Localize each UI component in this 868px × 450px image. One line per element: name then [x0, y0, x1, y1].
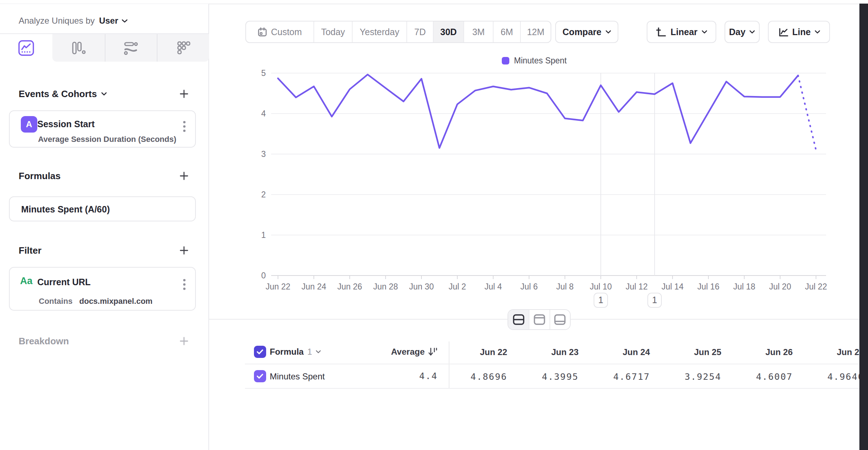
filter-card-current-url[interactable]: Aa Current URL Contains docs.mixpanel.co…: [9, 267, 196, 311]
series-value-cell: 3.9254: [660, 372, 721, 382]
filter-title: Filter: [19, 245, 42, 256]
plus-icon: [179, 89, 189, 99]
table-only-button[interactable]: [549, 310, 570, 329]
range-yesterday[interactable]: Yesterday: [352, 21, 406, 42]
filter-label: Filter: [19, 245, 42, 256]
range-3m[interactable]: 3M: [463, 21, 493, 42]
range-12m[interactable]: 12M: [520, 21, 551, 42]
chevron-down-icon: [605, 30, 611, 34]
chevron-down-icon: [815, 30, 820, 34]
analyze-row: Analyze Uniques by User: [19, 12, 128, 30]
event-letter-badge: A: [21, 116, 37, 133]
event-options-menu[interactable]: [181, 119, 187, 135]
range-label: Yesterday: [360, 27, 399, 37]
tab-flow[interactable]: [105, 34, 157, 62]
range-6m[interactable]: 6M: [493, 21, 520, 42]
range-30d[interactable]: 30D: [433, 21, 463, 42]
query-builder-sidebar: Analyze Uniques by User: [0, 4, 209, 450]
axis-tick-label: 0: [261, 271, 266, 280]
axis-tick-label: Jul 2: [449, 282, 466, 291]
plus-icon: [179, 171, 189, 181]
date-column-header[interactable]: Jun 26: [732, 347, 793, 357]
events-cohorts-title[interactable]: Events & Cohorts: [19, 88, 107, 100]
series-value-cell: 4.8696: [446, 372, 507, 382]
average-label: Average: [391, 347, 425, 357]
series-line-incomplete-segment: [798, 76, 816, 150]
line-type-icon: [778, 27, 788, 37]
range-label: 30D: [440, 27, 457, 37]
event-card-session-start[interactable]: A Session Start Average Session Duration…: [9, 110, 196, 148]
table-header-divider: [245, 364, 863, 364]
analyze-entity-value: User: [99, 16, 118, 26]
events-cohorts-section-header: Events & Cohorts: [19, 81, 192, 106]
axis-tick-label: Jul 14: [661, 282, 684, 291]
tab-insights-line-selected[interactable]: [0, 34, 52, 62]
filter-options-menu[interactable]: [181, 277, 187, 293]
scale-label: Linear: [670, 27, 697, 37]
date-column-header[interactable]: Jun 27: [803, 347, 864, 357]
formula-card[interactable]: Minutes Spent (A/60): [9, 196, 196, 221]
window-edge-strip: [859, 4, 868, 450]
filter-value[interactable]: docs.mixpanel.com: [79, 297, 152, 306]
add-formula-button[interactable]: [176, 168, 192, 184]
range-custom[interactable]: Custom: [246, 21, 313, 42]
add-event-button[interactable]: [176, 86, 192, 102]
sort-descending-icon: [428, 347, 438, 357]
chart-only-button[interactable]: [529, 310, 549, 329]
axis-tick-label: Jul 10: [590, 282, 612, 291]
date-column-header[interactable]: Jun 23: [518, 347, 579, 357]
axis-tick-label: Jul 18: [733, 282, 755, 291]
axis-tick-label: Jun 30: [409, 282, 434, 291]
date-column-header[interactable]: Jun 22: [446, 347, 507, 357]
formula-group-checkbox[interactable]: [254, 346, 266, 358]
compare-button[interactable]: Compare: [555, 21, 618, 43]
axis-tick-label: Jun 28: [373, 282, 398, 291]
axis-tick-label: Jul 6: [520, 282, 538, 291]
analyze-uniques-label: Analyze Uniques by: [19, 16, 95, 26]
granularity-dropdown[interactable]: Day: [725, 21, 760, 43]
formulas-section-header: Formulas: [19, 163, 192, 188]
average-column-header[interactable]: Average: [344, 345, 438, 358]
tab-metrics[interactable]: [157, 34, 209, 62]
metrics-tab-icon: [175, 40, 192, 56]
axis-tick-label: Jul 8: [556, 282, 574, 291]
event-name: Session Start: [37, 119, 95, 129]
add-filter-button[interactable]: [176, 243, 192, 258]
table-only-icon: [553, 314, 566, 325]
axis-tick-label: Jul 4: [485, 282, 502, 291]
series-value-cell: 4.9640: [803, 372, 864, 382]
date-column-header[interactable]: Jun 24: [589, 347, 650, 357]
results-table: Formula 1 Average Minutes Spent 4.4 Jun …: [209, 340, 868, 397]
compare-label: Compare: [562, 27, 601, 37]
analyze-entity-dropdown[interactable]: User: [99, 16, 127, 26]
range-label: Custom: [271, 27, 302, 37]
chart-type-dropdown[interactable]: Line: [768, 21, 830, 43]
split-view-button[interactable]: [508, 310, 529, 329]
axis-tick-label: 3: [261, 149, 266, 159]
table-row-divider: [245, 388, 863, 389]
chart-only-icon: [533, 314, 546, 325]
series-row-checkbox[interactable]: [254, 370, 266, 382]
formula-group-header[interactable]: Formula 1: [270, 340, 321, 364]
axis-tick-label: Jul 20: [769, 282, 791, 291]
tab-bar-chart[interactable]: [52, 34, 105, 62]
filter-operator[interactable]: Contains: [39, 297, 72, 306]
axis-tick-label: Jun 24: [301, 282, 326, 291]
date-range-selector: CustomTodayYesterday7D30D3M6M12M: [245, 21, 551, 43]
add-breakdown-button[interactable]: [176, 333, 192, 349]
split-view-icon: [512, 314, 525, 325]
chevron-down-icon: [749, 30, 755, 34]
mixpanel-insights-report: Analyze Uniques by User: [0, 0, 868, 450]
checkbox-check-icon: [256, 349, 264, 355]
event-aggregation[interactable]: Average Session Duration (Seconds): [38, 135, 176, 144]
bar-chart-tab-icon: [70, 40, 87, 56]
range-7d[interactable]: 7D: [406, 21, 433, 42]
range-label: 12M: [527, 27, 544, 37]
scale-dropdown[interactable]: Linear: [647, 21, 716, 43]
range-today[interactable]: Today: [313, 21, 352, 42]
date-column-header[interactable]: Jun 25: [660, 347, 721, 357]
range-label: 3M: [472, 27, 485, 37]
formulas-title: Formulas: [19, 171, 61, 182]
range-label: 7D: [414, 27, 426, 37]
kebab-menu-icon: [183, 120, 186, 133]
